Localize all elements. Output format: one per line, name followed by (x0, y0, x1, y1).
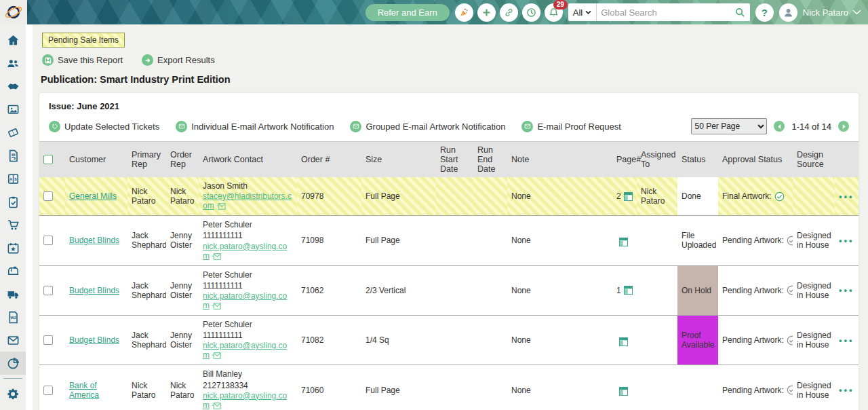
row-checkbox[interactable] (43, 236, 53, 245)
customer-link[interactable]: Budget Blinds (69, 335, 119, 345)
plus-icon[interactable] (477, 3, 496, 22)
size-cell: Full Page (361, 177, 436, 216)
help-icon[interactable]: ? (755, 3, 774, 22)
approval-check-icon[interactable] (787, 236, 793, 246)
order-rep-cell: Nick Pataro (166, 177, 199, 216)
envelope-mini-icon[interactable] (216, 202, 226, 212)
row-actions-button[interactable]: ••• (839, 285, 854, 295)
page-preview-icon[interactable] (624, 192, 633, 201)
primary-rep-cell: Jack Shephard (127, 216, 166, 265)
customer-link[interactable]: Budget Blinds (69, 236, 119, 245)
approval-check-icon[interactable] (787, 285, 793, 295)
sidebar-item-tickets[interactable] (0, 121, 26, 144)
per-page-select[interactable]: 50 Per Page (691, 118, 767, 134)
save-report-button[interactable]: Save this Report (42, 54, 123, 66)
page-cell (612, 365, 637, 410)
contact-phone: 1111111111 (203, 280, 293, 291)
sidebar-item-settings[interactable] (0, 382, 26, 405)
sidebar-item-mailbox[interactable] (0, 259, 26, 282)
status-cell: On Hold (677, 265, 718, 315)
mailbox-icon (7, 265, 20, 278)
notification-badge: 29 (553, 0, 568, 10)
row-checkbox[interactable] (43, 286, 53, 295)
customer-cell: General Mills (65, 177, 127, 216)
page-cell: 2 (612, 177, 637, 216)
row-checkbox[interactable] (43, 386, 53, 395)
clock-icon[interactable] (522, 3, 540, 22)
sidebar-item-tasks[interactable] (0, 190, 26, 213)
approval-check-icon[interactable] (787, 335, 793, 346)
sidebar-item-contacts[interactable] (0, 52, 26, 75)
sidebar-item-invoices[interactable]: $ (0, 144, 26, 167)
search-input[interactable] (597, 7, 735, 18)
page-preview-icon[interactable] (624, 286, 633, 295)
sidebar-item-reports[interactable] (0, 352, 26, 375)
approval-check-icon[interactable] (787, 385, 793, 395)
size-cell: Full Page (361, 365, 436, 410)
page-number: 2 (616, 191, 621, 201)
customer-cell: Budget Blinds (65, 315, 127, 365)
page-preview-icon[interactable] (619, 238, 628, 246)
search-icon[interactable] (735, 7, 750, 18)
mail-icon (521, 121, 533, 132)
approval-check-icon[interactable] (774, 191, 785, 202)
row-actions-button[interactable]: ••• (839, 385, 854, 395)
assigned-to-cell (637, 265, 677, 315)
sidebar-item-deals[interactable] (0, 75, 26, 98)
next-page-button[interactable] (838, 121, 849, 132)
grouped-email-artwork-button[interactable]: Grouped E-mail Artwork Notification (350, 121, 505, 132)
search-scope-value: All (573, 7, 583, 18)
sidebar-item-ledger[interactable]: A$ (0, 167, 26, 190)
actions-cell: ••• (835, 177, 859, 216)
customer-cell: Bank of America (65, 365, 127, 410)
app-logo[interactable] (0, 0, 27, 24)
refer-and-earn-button[interactable]: Refer and Earn (366, 4, 450, 21)
export-results-label: Export Results (157, 55, 215, 65)
size-cell: 2/3 Vertical (361, 265, 436, 315)
customer-link[interactable]: Bank of America (69, 381, 99, 400)
page-preview-icon[interactable] (619, 337, 628, 346)
bell-icon[interactable]: 29 (545, 3, 563, 22)
envelope-mini-icon[interactable] (212, 402, 221, 410)
sidebar-item-store[interactable] (0, 213, 26, 236)
sidebar-item-media[interactable] (0, 98, 26, 121)
row-checkbox[interactable] (43, 335, 53, 345)
order-number-cell: 71062 (297, 265, 361, 315)
column-header: Assigned To (637, 142, 677, 178)
user-menu[interactable]: Nick Pataro (803, 7, 861, 18)
pagination-range: 1-14 of 14 (791, 122, 831, 132)
sidebar-item-email[interactable] (0, 329, 26, 352)
sidebar-item-w2-forms[interactable]: W2 (0, 305, 26, 329)
sidebar-item-home[interactable] (0, 29, 26, 52)
tickets-icon (7, 126, 20, 139)
link-icon[interactable] (500, 3, 518, 22)
row-checkbox[interactable] (43, 191, 53, 201)
column-header: Note (507, 142, 612, 178)
export-results-button[interactable]: Export Results (142, 54, 215, 66)
ledger-dollar-icon: A$ (7, 172, 20, 185)
update-selected-tickets-button[interactable]: Update Selected Tickets (49, 121, 159, 132)
approval-status-cell: Pending Artwork: (718, 315, 793, 365)
envelope-mini-icon[interactable] (212, 253, 221, 262)
previous-page-button[interactable] (774, 121, 785, 132)
party-popper-icon[interactable] (455, 3, 473, 22)
search-scope-select[interactable]: All (568, 3, 597, 21)
select-all-checkbox[interactable] (43, 155, 53, 164)
individual-email-artwork-button[interactable]: Individual E-mail Artwork Notification (176, 121, 334, 132)
page-preview-icon[interactable] (619, 387, 628, 396)
envelope-mini-icon[interactable] (212, 302, 221, 312)
row-actions-button[interactable]: ••• (839, 191, 854, 202)
customer-link[interactable]: Budget Blinds (69, 286, 119, 295)
customer-link[interactable]: General Mills (69, 191, 117, 201)
sidebar-item-collapse[interactable] (0, 405, 26, 410)
column-header: Run End Date (473, 142, 507, 178)
sidebar-item-logistics[interactable] (0, 282, 26, 305)
envelope-mini-icon[interactable] (212, 352, 221, 361)
assigned-to-cell (637, 216, 677, 265)
user-avatar[interactable] (779, 3, 797, 22)
row-actions-button[interactable]: ••• (839, 335, 854, 346)
email-proof-request-button[interactable]: E-mail Proof Request (521, 121, 621, 132)
sidebar-item-events[interactable] (0, 236, 26, 259)
row-actions-button[interactable]: ••• (839, 236, 854, 246)
page-number: 1 (616, 286, 621, 295)
